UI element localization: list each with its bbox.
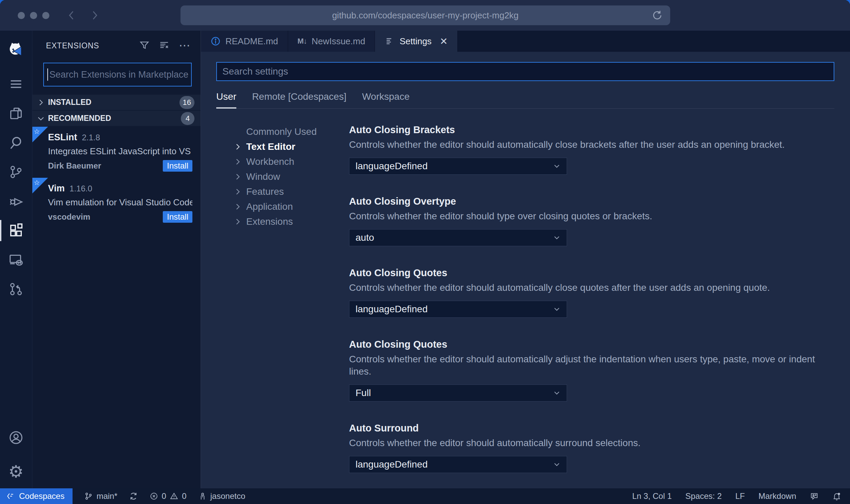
setting-dropdown[interactable]: languageDefined bbox=[349, 301, 567, 318]
recommended-ribbon-icon: ☆ bbox=[32, 127, 48, 142]
tab-label: README.md bbox=[225, 36, 278, 47]
toc-item-workbench[interactable]: Workbench bbox=[216, 154, 349, 169]
warning-icon bbox=[170, 492, 178, 501]
toc-label: Text Editor bbox=[246, 141, 295, 152]
toc-label: Window bbox=[246, 171, 280, 182]
more-actions-icon[interactable]: ⋯ bbox=[179, 43, 191, 48]
toc-label: Extensions bbox=[246, 216, 293, 227]
back-button[interactable] bbox=[66, 10, 77, 21]
warning-count: 0 bbox=[182, 491, 186, 501]
markdown-icon: M↓ bbox=[298, 37, 307, 46]
section-installed[interactable]: INSTALLED 16 bbox=[32, 95, 201, 110]
eol-indicator[interactable]: LF bbox=[735, 491, 745, 501]
refresh-icon[interactable] bbox=[652, 10, 663, 21]
setting-dropdown[interactable]: Full bbox=[349, 384, 567, 401]
browser-chrome: github.com/codespaces/user-my-project-mg… bbox=[0, 0, 850, 31]
setting-description: Controls whether the editor should autom… bbox=[349, 437, 834, 449]
chevron-right-icon bbox=[233, 157, 242, 166]
tab-readme[interactable]: README.md bbox=[201, 31, 288, 52]
user-indicator[interactable]: jasonetco bbox=[198, 491, 246, 501]
editor-area: README.md M↓ NewIssue.md Settings ✕ bbox=[201, 31, 850, 488]
menu-icon[interactable] bbox=[0, 69, 32, 99]
indent-label: Spaces: 2 bbox=[686, 491, 722, 501]
run-debug-icon[interactable] bbox=[0, 187, 32, 216]
toc-item-extensions[interactable]: Extensions bbox=[216, 214, 349, 229]
window-minimize-button[interactable] bbox=[30, 12, 37, 19]
language-mode[interactable]: Markdown bbox=[758, 491, 796, 501]
feedback-icon bbox=[810, 492, 819, 501]
problems-indicator[interactable]: 0 0 bbox=[149, 491, 187, 501]
toc-label: Workbench bbox=[246, 156, 294, 167]
explorer-icon[interactable] bbox=[0, 99, 32, 128]
tab-label: Settings bbox=[399, 36, 431, 47]
extensions-search-box[interactable] bbox=[43, 63, 192, 86]
window-controls[interactable] bbox=[18, 12, 49, 19]
window-maximize-button[interactable] bbox=[42, 12, 49, 19]
remote-explorer-icon[interactable] bbox=[0, 245, 32, 274]
toc-item-text-editor[interactable]: Text Editor bbox=[216, 139, 349, 154]
install-button[interactable]: Install bbox=[163, 160, 192, 172]
setting-dropdown[interactable]: languageDefined bbox=[349, 456, 567, 473]
setting-description: Controls whether the editor should autom… bbox=[349, 353, 834, 378]
scope-tab-remote[interactable]: Remote [Codespaces] bbox=[252, 91, 346, 108]
source-control-icon[interactable] bbox=[0, 157, 32, 187]
extension-item-vim[interactable]: ☆ Vim 1.16.0 Vim emulation for Visual St… bbox=[32, 178, 201, 229]
install-button[interactable]: Install bbox=[163, 211, 192, 223]
feedback-indicator[interactable] bbox=[810, 492, 819, 501]
window-close-button[interactable] bbox=[18, 12, 25, 19]
branch-icon bbox=[84, 492, 93, 501]
clear-extensions-icon[interactable] bbox=[159, 40, 169, 51]
branch-indicator[interactable]: main* bbox=[84, 491, 117, 501]
chevron-right-icon bbox=[233, 142, 242, 151]
setting-dropdown[interactable]: auto bbox=[349, 229, 567, 246]
address-bar[interactable]: github.com/codespaces/user-my-project-mg… bbox=[180, 5, 670, 25]
settings-search-input[interactable] bbox=[222, 66, 834, 77]
account-icon[interactable] bbox=[0, 423, 32, 452]
toc-item-features[interactable]: Features bbox=[216, 184, 349, 199]
toc-label: Features bbox=[246, 186, 284, 197]
toc-item-application[interactable]: Application bbox=[216, 199, 349, 214]
extension-name: Vim bbox=[48, 183, 65, 194]
count-badge: 16 bbox=[179, 96, 194, 109]
toc-label: Commonly Used bbox=[246, 126, 317, 137]
user-label: jasonetco bbox=[210, 491, 246, 501]
github-codespaces-logo bbox=[0, 36, 32, 62]
pull-requests-icon[interactable] bbox=[0, 274, 32, 304]
text-caret bbox=[47, 68, 48, 81]
error-count: 0 bbox=[162, 491, 166, 501]
scope-tab-workspace[interactable]: Workspace bbox=[362, 91, 410, 108]
close-icon[interactable]: ✕ bbox=[440, 36, 447, 47]
toc-item-commonly-used[interactable]: Commonly Used bbox=[216, 124, 349, 139]
dropdown-value: Full bbox=[356, 388, 552, 398]
cursor-position[interactable]: Ln 3, Col 1 bbox=[632, 491, 672, 501]
tab-settings[interactable]: Settings ✕ bbox=[375, 31, 457, 52]
tab-newissue[interactable]: M↓ NewIssue.md bbox=[288, 31, 375, 52]
setting-dropdown[interactable]: languageDefined bbox=[349, 158, 567, 175]
scope-tab-user[interactable]: User bbox=[216, 91, 236, 108]
search-icon[interactable] bbox=[0, 128, 32, 157]
settings-list-icon bbox=[384, 36, 395, 46]
extensions-search-input[interactable] bbox=[49, 69, 191, 80]
indentation-indicator[interactable]: Spaces: 2 bbox=[686, 491, 722, 501]
extension-item-eslint[interactable]: ☆ ESLint 2.1.8 Integrates ESLint JavaScr… bbox=[32, 127, 201, 178]
count-badge: 4 bbox=[181, 112, 194, 125]
toc-item-window[interactable]: Window bbox=[216, 169, 349, 184]
extensions-icon[interactable] bbox=[0, 216, 32, 245]
sync-indicator[interactable] bbox=[129, 492, 138, 501]
chevron-right-icon bbox=[36, 98, 45, 107]
settings-search-box[interactable] bbox=[216, 62, 834, 81]
filter-icon[interactable] bbox=[139, 40, 149, 51]
dropdown-value: languageDefined bbox=[356, 161, 552, 172]
setting-auto-closing-brackets: Auto Closing Brackets Controls whether t… bbox=[349, 124, 834, 175]
remote-indicator[interactable]: Codespaces bbox=[0, 488, 73, 504]
settings-gear-icon[interactable]: ⚙ bbox=[0, 457, 32, 486]
setting-auto-closing-quotes-2: Auto Closing Quotes Controls whether the… bbox=[349, 338, 834, 401]
forward-button[interactable] bbox=[89, 10, 100, 21]
extensions-sidebar: EXTENSIONS ⋯ INSTA bbox=[32, 31, 201, 488]
dropdown-value: languageDefined bbox=[356, 304, 552, 315]
remote-label: Codespaces bbox=[19, 491, 64, 501]
setting-title: Auto Surround bbox=[349, 422, 834, 434]
extension-description: Integrates ESLint JavaScript into VS C..… bbox=[48, 146, 192, 157]
notifications-indicator[interactable] bbox=[832, 492, 841, 501]
section-recommended[interactable]: RECOMMENDED 4 bbox=[32, 111, 201, 126]
